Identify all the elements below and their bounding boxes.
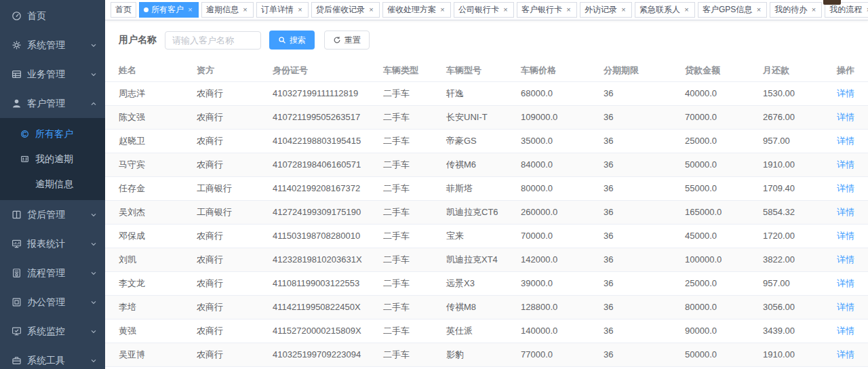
- reset-button[interactable]: 重置: [324, 31, 370, 50]
- table-cell: 411402199208167372: [259, 176, 370, 200]
- tab-item-5[interactable]: 催收处理方案×: [382, 2, 451, 18]
- search-input[interactable]: [165, 31, 261, 50]
- table-cell: 二手车: [370, 248, 433, 271]
- submenu-item-1[interactable]: 我的逾期: [0, 147, 105, 172]
- detail-link[interactable]: 详情: [837, 278, 854, 288]
- close-icon[interactable]: ×: [502, 6, 509, 14]
- close-icon[interactable]: ×: [755, 6, 762, 14]
- table-header-row: 姓名资方身份证号车辆类型车辆型号车辆价格分期期限贷款金额月还款操作: [105, 60, 868, 81]
- tab-item-1[interactable]: 所有客户×: [139, 2, 199, 18]
- sidebar-item-label: 流程管理: [27, 267, 90, 279]
- table-cell: 吴亚博: [105, 343, 183, 366]
- detail-link[interactable]: 详情: [837, 326, 854, 336]
- table-cell: 410728198406160571: [259, 153, 370, 176]
- tab-item-9[interactable]: 紧急联系人×: [635, 2, 695, 18]
- close-icon[interactable]: ×: [439, 6, 446, 14]
- table-cell: 农商行: [183, 271, 259, 295]
- detail-link[interactable]: 详情: [837, 207, 854, 217]
- sidebar-item-2[interactable]: 业务管理: [0, 60, 105, 89]
- table-cell: 二手车: [370, 200, 433, 224]
- table-cell: 农商行: [183, 129, 259, 153]
- submenu-item-0[interactable]: 所有客户: [0, 121, 105, 147]
- sidebar-item-5[interactable]: 报表统计: [0, 229, 105, 258]
- table-cell: 84000.0: [507, 153, 590, 176]
- detail-link[interactable]: 详情: [837, 231, 854, 241]
- sidebar-item-8[interactable]: 系统监控: [0, 317, 105, 346]
- close-icon[interactable]: ×: [865, 6, 868, 14]
- chevron-down-icon: [90, 299, 97, 306]
- tab-item-0[interactable]: 首页: [111, 2, 136, 18]
- close-icon[interactable]: ×: [186, 6, 194, 14]
- tab-label: 贷后催收记录: [316, 4, 365, 16]
- table-cell: 68000.0: [507, 81, 590, 105]
- table-cell: 68000.0: [507, 366, 590, 369]
- tab-item-8[interactable]: 外访记录×: [580, 2, 632, 18]
- table-cell: 二手车: [370, 319, 433, 343]
- table-cell: 轩逸: [433, 366, 507, 369]
- detail-link[interactable]: 详情: [837, 349, 854, 360]
- table-cell-action: 详情: [831, 319, 868, 343]
- table-cell: 128800.0: [507, 295, 590, 319]
- table-cell: 957.00: [749, 129, 831, 153]
- table-cell: 41232819810203631X: [259, 248, 370, 271]
- table-cell: 1720.00: [749, 224, 831, 248]
- close-icon[interactable]: ×: [565, 6, 572, 14]
- table-cell: 传祺M8: [433, 295, 507, 319]
- tab-label: 逾期信息: [206, 4, 239, 16]
- detail-link[interactable]: 详情: [837, 302, 854, 312]
- tab-item-10[interactable]: 客户GPS信息×: [698, 2, 767, 18]
- flow-icon: [12, 268, 22, 278]
- close-icon[interactable]: ×: [368, 6, 375, 14]
- detail-link[interactable]: 详情: [837, 88, 854, 98]
- detail-link[interactable]: 详情: [837, 136, 854, 146]
- detail-link[interactable]: 详情: [837, 159, 854, 170]
- sidebar-item-3[interactable]: 客户管理: [0, 89, 105, 118]
- user-icon: [12, 98, 22, 109]
- close-icon[interactable]: ×: [296, 6, 304, 14]
- tab-item-3[interactable]: 订单详情×: [256, 2, 309, 18]
- table-cell: 80000.0: [507, 176, 590, 200]
- sidebar-item-1[interactable]: 系统管理: [0, 31, 105, 60]
- detail-link[interactable]: 详情: [837, 183, 854, 193]
- sidebar-item-4[interactable]: 贷后管理: [0, 200, 105, 229]
- table-cell-action: 详情: [831, 295, 868, 319]
- tab-item-4[interactable]: 贷后催收记录×: [311, 2, 380, 18]
- tab-item-6[interactable]: 公司银行卡×: [454, 2, 514, 18]
- table-row: 赵晓卫农商行410422198803195415二手车帝豪GS35000.036…: [105, 129, 868, 153]
- monitor-icon: [12, 326, 22, 336]
- sidebar-item-label: 贷后管理: [27, 209, 90, 221]
- table-cell: 工商银行: [183, 366, 259, 369]
- table-cell-action: 详情: [831, 81, 868, 105]
- tab-label: 客户GPS信息: [703, 4, 752, 16]
- submenu-item-2[interactable]: 逾期信息: [0, 172, 105, 197]
- table-cell-action: 详情: [831, 105, 868, 129]
- sidebar-item-label: 办公管理: [27, 296, 90, 309]
- sidebar-item-7[interactable]: 办公管理: [0, 288, 105, 317]
- close-icon[interactable]: ×: [620, 6, 627, 14]
- sidebar-item-label: 业务管理: [27, 69, 90, 81]
- sidebar-item-0[interactable]: 首页: [0, 1, 105, 31]
- sidebar-item-label: 系统监控: [27, 326, 90, 338]
- search-button[interactable]: 搜索: [269, 31, 315, 50]
- close-icon[interactable]: ×: [810, 6, 817, 14]
- table-cell: 农商行: [183, 248, 259, 271]
- table-cell: 3822.00: [749, 248, 831, 271]
- tab-item-7[interactable]: 客户银行卡×: [517, 2, 577, 18]
- table-cell: 英仕派: [433, 319, 507, 343]
- detail-link[interactable]: 详情: [837, 254, 854, 265]
- table-row: 李文龙农商行411081199003122553二手车远景X339000.036…: [105, 271, 868, 295]
- sidebar-item-9[interactable]: 系统工具: [0, 346, 105, 369]
- table-cell: 412724199309175190: [259, 200, 370, 224]
- main-area: 首页所有客户×逾期信息×订单详情×贷后催收记录×催收处理方案×公司银行卡×客户银…: [105, 0, 868, 369]
- table-row: 吴亚博农商行410325199709223094二手车影豹77000.03650…: [105, 343, 868, 366]
- close-icon[interactable]: ×: [683, 6, 690, 14]
- table-cell: 142000.0: [507, 248, 590, 271]
- table-cell: 二手车: [370, 105, 433, 129]
- table-cell-action: 详情: [831, 224, 868, 248]
- detail-link[interactable]: 详情: [837, 112, 854, 122]
- tab-item-2[interactable]: 逾期信息×: [201, 2, 254, 18]
- close-icon[interactable]: ×: [241, 6, 249, 14]
- tab-label: 催收处理方案: [387, 4, 436, 16]
- tab-item-11[interactable]: 我的待办×: [770, 2, 822, 18]
- sidebar-item-6[interactable]: 流程管理: [0, 258, 105, 288]
